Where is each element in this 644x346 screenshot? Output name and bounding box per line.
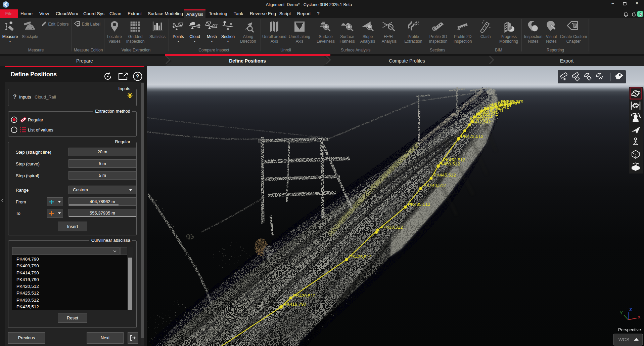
svg-text:PK445,512: PK445,512 <box>433 172 456 178</box>
svg-text:PK472,512: PK472,512 <box>461 134 484 139</box>
svg-text:PK420,512: PK420,512 <box>293 293 316 298</box>
svg-text:PK452,512: PK452,512 <box>443 157 465 162</box>
svg-text:Perspective: Perspective <box>618 327 641 332</box>
svg-text:PK419,790: PK419,790 <box>284 302 306 307</box>
svg-text:PK430,512: PK430,512 <box>380 225 403 230</box>
svg-text:Z: Z <box>629 307 632 312</box>
svg-text:PK555,379: PK555,379 <box>501 99 523 104</box>
svg-text:Y: Y <box>620 310 623 315</box>
svg-text:WCS: WCS <box>618 337 630 342</box>
svg-text:X: X <box>638 315 641 320</box>
svg-text:?: ? <box>136 74 139 79</box>
svg-text:PK435,512: PK435,512 <box>408 202 430 207</box>
svg-text:PK425,512: PK425,512 <box>349 254 372 259</box>
svg-text:PK440,512: PK440,512 <box>423 183 446 188</box>
